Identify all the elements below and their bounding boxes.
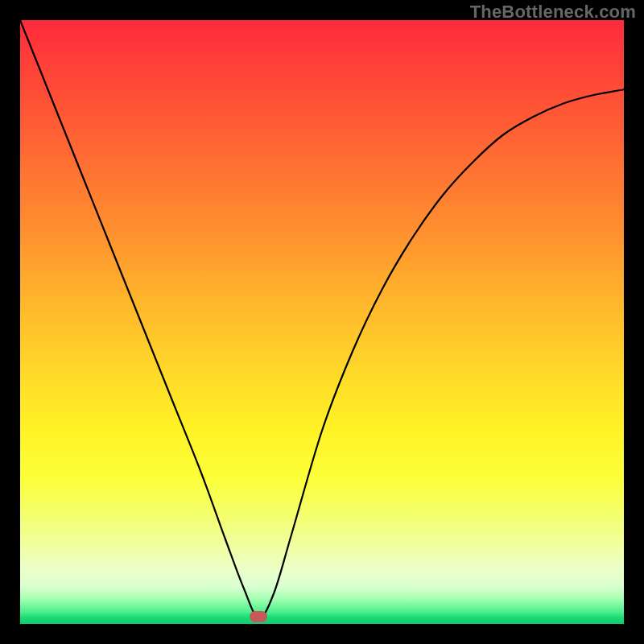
plot-area [20, 20, 624, 624]
chart-frame: TheBottleneck.com [0, 0, 644, 644]
bottleneck-curve [20, 20, 624, 618]
curve-layer [20, 20, 624, 624]
watermark-text: TheBottleneck.com [470, 2, 636, 23]
optimal-point-marker [250, 611, 267, 622]
